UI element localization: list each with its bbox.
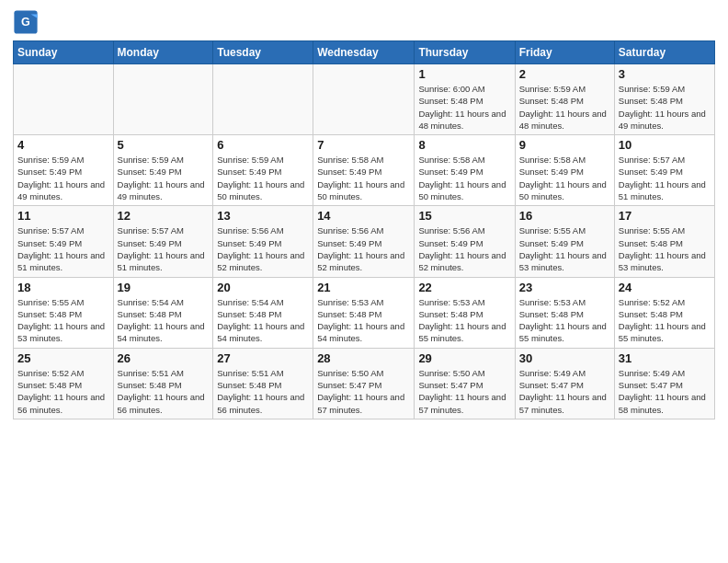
- day-number: 23: [519, 281, 610, 294]
- calendar-cell-1-1: [14, 64, 114, 135]
- weekday-header-sunday: Sunday: [14, 41, 114, 64]
- day-info: Sunrise: 5:57 AM Sunset: 5:49 PM Dayligh…: [619, 154, 711, 202]
- calendar-cell-1-4: [313, 64, 415, 135]
- calendar-cell-2-6: 9Sunrise: 5:58 AM Sunset: 5:49 PM Daylig…: [515, 135, 614, 206]
- day-number: 8: [418, 138, 510, 152]
- calendar-cell-2-2: 5Sunrise: 5:59 AM Sunset: 5:49 PM Daylig…: [113, 135, 213, 206]
- calendar-week-3: 11Sunrise: 5:57 AM Sunset: 5:49 PM Dayli…: [14, 206, 715, 277]
- calendar-cell-3-7: 17Sunrise: 5:55 AM Sunset: 5:48 PM Dayli…: [614, 206, 714, 277]
- calendar-cell-5-4: 28Sunrise: 5:50 AM Sunset: 5:47 PM Dayli…: [313, 348, 415, 419]
- calendar-header: SundayMondayTuesdayWednesdayThursdayFrid…: [14, 41, 715, 64]
- day-info: Sunrise: 5:58 AM Sunset: 5:49 PM Dayligh…: [418, 154, 510, 202]
- day-info: Sunrise: 5:59 AM Sunset: 5:49 PM Dayligh…: [118, 154, 210, 202]
- calendar-cell-3-5: 15Sunrise: 5:56 AM Sunset: 5:49 PM Dayli…: [415, 206, 515, 277]
- weekday-header-row: SundayMondayTuesdayWednesdayThursdayFrid…: [14, 41, 715, 64]
- calendar-body: 1Sunrise: 6:00 AM Sunset: 5:48 PM Daylig…: [14, 64, 715, 419]
- calendar-cell-3-1: 11Sunrise: 5:57 AM Sunset: 5:49 PM Dayli…: [14, 206, 114, 277]
- day-info: Sunrise: 5:59 AM Sunset: 5:48 PM Dayligh…: [619, 83, 711, 132]
- day-number: 15: [418, 209, 510, 223]
- calendar-cell-2-1: 4Sunrise: 5:59 AM Sunset: 5:49 PM Daylig…: [14, 135, 114, 206]
- weekday-header-saturday: Saturday: [614, 41, 714, 64]
- calendar-cell-1-5: 1Sunrise: 6:00 AM Sunset: 5:48 PM Daylig…: [415, 64, 515, 135]
- day-number: 12: [118, 209, 210, 223]
- day-info: Sunrise: 5:58 AM Sunset: 5:49 PM Dayligh…: [317, 154, 410, 202]
- day-number: 21: [317, 281, 410, 294]
- day-number: 13: [217, 209, 309, 223]
- calendar-cell-1-3: [213, 64, 313, 135]
- day-number: 24: [619, 281, 711, 294]
- calendar-cell-1-7: 3Sunrise: 5:59 AM Sunset: 5:48 PM Daylig…: [614, 64, 714, 135]
- page-header: G: [13, 9, 715, 35]
- calendar-cell-5-5: 29Sunrise: 5:50 AM Sunset: 5:47 PM Dayli…: [415, 348, 515, 419]
- calendar-cell-4-6: 23Sunrise: 5:53 AM Sunset: 5:48 PM Dayli…: [515, 277, 614, 348]
- calendar-cell-3-4: 14Sunrise: 5:56 AM Sunset: 5:49 PM Dayli…: [313, 206, 415, 277]
- day-info: Sunrise: 5:49 AM Sunset: 5:47 PM Dayligh…: [619, 367, 711, 416]
- day-info: Sunrise: 5:51 AM Sunset: 5:48 PM Dayligh…: [118, 367, 210, 416]
- calendar-cell-5-2: 26Sunrise: 5:51 AM Sunset: 5:48 PM Dayli…: [113, 348, 213, 419]
- day-number: 31: [619, 351, 711, 365]
- calendar-table: SundayMondayTuesdayWednesdayThursdayFrid…: [13, 40, 715, 419]
- day-info: Sunrise: 5:53 AM Sunset: 5:48 PM Dayligh…: [317, 296, 410, 345]
- day-info: Sunrise: 5:59 AM Sunset: 5:49 PM Dayligh…: [217, 154, 309, 202]
- day-number: 30: [519, 351, 610, 365]
- day-info: Sunrise: 5:51 AM Sunset: 5:48 PM Dayligh…: [217, 367, 309, 416]
- day-info: Sunrise: 5:57 AM Sunset: 5:49 PM Dayligh…: [17, 224, 109, 273]
- day-info: Sunrise: 5:57 AM Sunset: 5:49 PM Dayligh…: [118, 224, 210, 273]
- day-number: 11: [17, 209, 109, 223]
- calendar-week-2: 4Sunrise: 5:59 AM Sunset: 5:49 PM Daylig…: [14, 135, 715, 206]
- day-number: 16: [519, 209, 610, 223]
- svg-text:G: G: [21, 16, 30, 29]
- calendar-cell-5-3: 27Sunrise: 5:51 AM Sunset: 5:48 PM Dayli…: [213, 348, 313, 419]
- calendar-cell-3-2: 12Sunrise: 5:57 AM Sunset: 5:49 PM Dayli…: [113, 206, 213, 277]
- calendar-week-4: 18Sunrise: 5:55 AM Sunset: 5:48 PM Dayli…: [14, 277, 715, 348]
- day-info: Sunrise: 5:56 AM Sunset: 5:49 PM Dayligh…: [317, 224, 410, 273]
- weekday-header-friday: Friday: [515, 41, 614, 64]
- day-info: Sunrise: 5:53 AM Sunset: 5:48 PM Dayligh…: [519, 296, 610, 345]
- calendar-cell-1-2: [113, 64, 213, 135]
- page-container: G SundayMondayTuesdayWednesdayThursdayFr…: [0, 0, 728, 429]
- day-info: Sunrise: 5:55 AM Sunset: 5:48 PM Dayligh…: [17, 296, 109, 345]
- day-number: 18: [17, 281, 109, 294]
- day-number: 27: [217, 351, 309, 365]
- calendar-cell-4-7: 24Sunrise: 5:52 AM Sunset: 5:48 PM Dayli…: [614, 277, 714, 348]
- calendar-cell-2-4: 7Sunrise: 5:58 AM Sunset: 5:49 PM Daylig…: [313, 135, 415, 206]
- day-info: Sunrise: 5:58 AM Sunset: 5:49 PM Dayligh…: [519, 154, 610, 202]
- day-info: Sunrise: 5:54 AM Sunset: 5:48 PM Dayligh…: [118, 296, 210, 345]
- day-number: 3: [619, 67, 711, 81]
- day-number: 25: [17, 351, 109, 365]
- calendar-cell-3-6: 16Sunrise: 5:55 AM Sunset: 5:49 PM Dayli…: [515, 206, 614, 277]
- weekday-header-monday: Monday: [113, 41, 213, 64]
- calendar-cell-4-1: 18Sunrise: 5:55 AM Sunset: 5:48 PM Dayli…: [14, 277, 114, 348]
- day-info: Sunrise: 5:59 AM Sunset: 5:49 PM Dayligh…: [17, 154, 109, 202]
- day-number: 19: [118, 281, 210, 294]
- calendar-cell-1-6: 2Sunrise: 5:59 AM Sunset: 5:48 PM Daylig…: [515, 64, 614, 135]
- day-number: 26: [118, 351, 210, 365]
- day-info: Sunrise: 5:53 AM Sunset: 5:48 PM Dayligh…: [418, 296, 510, 345]
- day-info: Sunrise: 5:50 AM Sunset: 5:47 PM Dayligh…: [317, 367, 410, 416]
- day-info: Sunrise: 5:52 AM Sunset: 5:48 PM Dayligh…: [17, 367, 109, 416]
- day-info: Sunrise: 5:56 AM Sunset: 5:49 PM Dayligh…: [418, 224, 510, 273]
- calendar-week-5: 25Sunrise: 5:52 AM Sunset: 5:48 PM Dayli…: [14, 348, 715, 419]
- calendar-cell-5-6: 30Sunrise: 5:49 AM Sunset: 5:47 PM Dayli…: [515, 348, 614, 419]
- day-number: 29: [418, 351, 510, 365]
- logo: G: [13, 9, 42, 35]
- day-info: Sunrise: 6:00 AM Sunset: 5:48 PM Dayligh…: [418, 83, 510, 132]
- weekday-header-thursday: Thursday: [415, 41, 515, 64]
- calendar-cell-2-7: 10Sunrise: 5:57 AM Sunset: 5:49 PM Dayli…: [614, 135, 714, 206]
- calendar-cell-5-1: 25Sunrise: 5:52 AM Sunset: 5:48 PM Dayli…: [14, 348, 114, 419]
- day-number: 2: [519, 67, 610, 81]
- day-info: Sunrise: 5:50 AM Sunset: 5:47 PM Dayligh…: [418, 367, 510, 416]
- calendar-cell-2-3: 6Sunrise: 5:59 AM Sunset: 5:49 PM Daylig…: [213, 135, 313, 206]
- day-number: 5: [118, 138, 210, 152]
- calendar-cell-5-7: 31Sunrise: 5:49 AM Sunset: 5:47 PM Dayli…: [614, 348, 714, 419]
- day-info: Sunrise: 5:55 AM Sunset: 5:49 PM Dayligh…: [519, 224, 610, 273]
- calendar-cell-2-5: 8Sunrise: 5:58 AM Sunset: 5:49 PM Daylig…: [415, 135, 515, 206]
- weekday-header-wednesday: Wednesday: [313, 41, 415, 64]
- day-number: 22: [418, 281, 510, 294]
- logo-icon: G: [13, 9, 39, 35]
- calendar-cell-4-3: 20Sunrise: 5:54 AM Sunset: 5:48 PM Dayli…: [213, 277, 313, 348]
- day-number: 1: [418, 67, 510, 81]
- day-number: 10: [619, 138, 711, 152]
- day-info: Sunrise: 5:49 AM Sunset: 5:47 PM Dayligh…: [519, 367, 610, 416]
- weekday-header-tuesday: Tuesday: [213, 41, 313, 64]
